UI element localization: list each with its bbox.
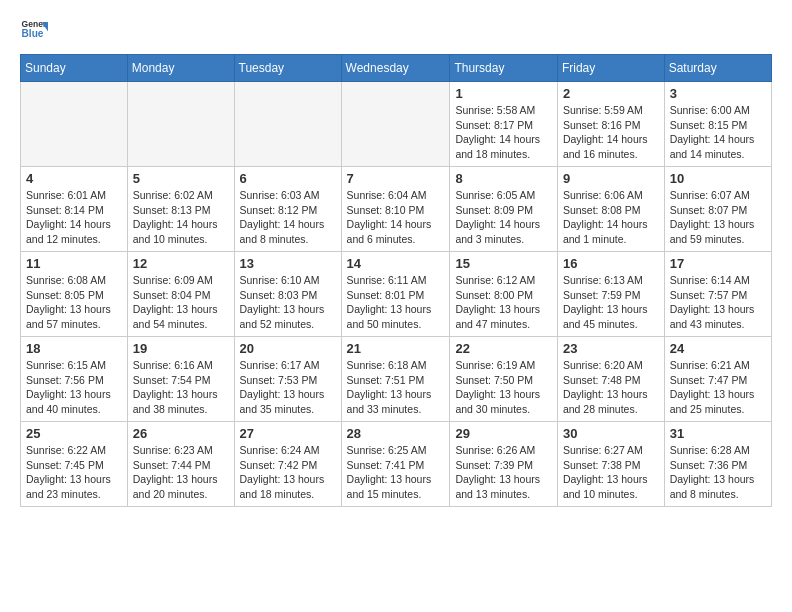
calendar-cell: 13Sunrise: 6:10 AMSunset: 8:03 PMDayligh… (234, 252, 341, 337)
calendar-cell: 23Sunrise: 6:20 AMSunset: 7:48 PMDayligh… (557, 337, 664, 422)
day-number: 14 (347, 256, 445, 271)
weekday-header-monday: Monday (127, 55, 234, 82)
day-number: 19 (133, 341, 229, 356)
day-info: Sunrise: 5:59 AMSunset: 8:16 PMDaylight:… (563, 103, 659, 162)
day-info: Sunrise: 6:24 AMSunset: 7:42 PMDaylight:… (240, 443, 336, 502)
weekday-header-tuesday: Tuesday (234, 55, 341, 82)
day-number: 16 (563, 256, 659, 271)
day-info: Sunrise: 6:06 AMSunset: 8:08 PMDaylight:… (563, 188, 659, 247)
day-number: 21 (347, 341, 445, 356)
weekday-header-saturday: Saturday (664, 55, 771, 82)
day-info: Sunrise: 6:08 AMSunset: 8:05 PMDaylight:… (26, 273, 122, 332)
day-info: Sunrise: 6:00 AMSunset: 8:15 PMDaylight:… (670, 103, 766, 162)
calendar-cell: 16Sunrise: 6:13 AMSunset: 7:59 PMDayligh… (557, 252, 664, 337)
day-number: 5 (133, 171, 229, 186)
svg-text:Blue: Blue (22, 28, 44, 39)
week-row-5: 25Sunrise: 6:22 AMSunset: 7:45 PMDayligh… (21, 422, 772, 507)
calendar-cell: 28Sunrise: 6:25 AMSunset: 7:41 PMDayligh… (341, 422, 450, 507)
day-number: 26 (133, 426, 229, 441)
day-number: 4 (26, 171, 122, 186)
calendar-cell: 9Sunrise: 6:06 AMSunset: 8:08 PMDaylight… (557, 167, 664, 252)
day-number: 11 (26, 256, 122, 271)
day-number: 3 (670, 86, 766, 101)
day-number: 17 (670, 256, 766, 271)
day-number: 30 (563, 426, 659, 441)
day-number: 29 (455, 426, 552, 441)
week-row-1: 1Sunrise: 5:58 AMSunset: 8:17 PMDaylight… (21, 82, 772, 167)
day-number: 10 (670, 171, 766, 186)
day-info: Sunrise: 6:11 AMSunset: 8:01 PMDaylight:… (347, 273, 445, 332)
day-number: 9 (563, 171, 659, 186)
page-header: General Blue (20, 16, 772, 44)
day-number: 25 (26, 426, 122, 441)
day-info: Sunrise: 6:19 AMSunset: 7:50 PMDaylight:… (455, 358, 552, 417)
day-info: Sunrise: 6:16 AMSunset: 7:54 PMDaylight:… (133, 358, 229, 417)
day-number: 13 (240, 256, 336, 271)
calendar-cell: 12Sunrise: 6:09 AMSunset: 8:04 PMDayligh… (127, 252, 234, 337)
weekday-header-wednesday: Wednesday (341, 55, 450, 82)
day-number: 31 (670, 426, 766, 441)
day-info: Sunrise: 6:23 AMSunset: 7:44 PMDaylight:… (133, 443, 229, 502)
day-number: 2 (563, 86, 659, 101)
calendar-cell: 1Sunrise: 5:58 AMSunset: 8:17 PMDaylight… (450, 82, 558, 167)
day-info: Sunrise: 6:14 AMSunset: 7:57 PMDaylight:… (670, 273, 766, 332)
calendar-cell: 3Sunrise: 6:00 AMSunset: 8:15 PMDaylight… (664, 82, 771, 167)
day-info: Sunrise: 6:21 AMSunset: 7:47 PMDaylight:… (670, 358, 766, 417)
calendar-cell: 14Sunrise: 6:11 AMSunset: 8:01 PMDayligh… (341, 252, 450, 337)
weekday-header-thursday: Thursday (450, 55, 558, 82)
week-row-4: 18Sunrise: 6:15 AMSunset: 7:56 PMDayligh… (21, 337, 772, 422)
day-info: Sunrise: 6:25 AMSunset: 7:41 PMDaylight:… (347, 443, 445, 502)
calendar-table: SundayMondayTuesdayWednesdayThursdayFrid… (20, 54, 772, 507)
logo: General Blue (20, 16, 52, 44)
calendar-cell: 5Sunrise: 6:02 AMSunset: 8:13 PMDaylight… (127, 167, 234, 252)
calendar-cell: 27Sunrise: 6:24 AMSunset: 7:42 PMDayligh… (234, 422, 341, 507)
weekday-header-sunday: Sunday (21, 55, 128, 82)
day-number: 22 (455, 341, 552, 356)
calendar-cell: 4Sunrise: 6:01 AMSunset: 8:14 PMDaylight… (21, 167, 128, 252)
day-number: 24 (670, 341, 766, 356)
day-number: 18 (26, 341, 122, 356)
logo-icon: General Blue (20, 16, 48, 44)
calendar-cell: 20Sunrise: 6:17 AMSunset: 7:53 PMDayligh… (234, 337, 341, 422)
day-number: 6 (240, 171, 336, 186)
day-number: 1 (455, 86, 552, 101)
day-info: Sunrise: 6:10 AMSunset: 8:03 PMDaylight:… (240, 273, 336, 332)
calendar-cell: 6Sunrise: 6:03 AMSunset: 8:12 PMDaylight… (234, 167, 341, 252)
day-info: Sunrise: 6:18 AMSunset: 7:51 PMDaylight:… (347, 358, 445, 417)
day-info: Sunrise: 6:27 AMSunset: 7:38 PMDaylight:… (563, 443, 659, 502)
calendar-cell: 25Sunrise: 6:22 AMSunset: 7:45 PMDayligh… (21, 422, 128, 507)
calendar-cell: 17Sunrise: 6:14 AMSunset: 7:57 PMDayligh… (664, 252, 771, 337)
calendar-cell: 18Sunrise: 6:15 AMSunset: 7:56 PMDayligh… (21, 337, 128, 422)
day-info: Sunrise: 6:28 AMSunset: 7:36 PMDaylight:… (670, 443, 766, 502)
calendar-cell: 10Sunrise: 6:07 AMSunset: 8:07 PMDayligh… (664, 167, 771, 252)
day-info: Sunrise: 6:09 AMSunset: 8:04 PMDaylight:… (133, 273, 229, 332)
day-info: Sunrise: 6:05 AMSunset: 8:09 PMDaylight:… (455, 188, 552, 247)
day-number: 27 (240, 426, 336, 441)
calendar-cell: 31Sunrise: 6:28 AMSunset: 7:36 PMDayligh… (664, 422, 771, 507)
calendar-cell: 24Sunrise: 6:21 AMSunset: 7:47 PMDayligh… (664, 337, 771, 422)
day-number: 28 (347, 426, 445, 441)
day-number: 7 (347, 171, 445, 186)
calendar-cell: 26Sunrise: 6:23 AMSunset: 7:44 PMDayligh… (127, 422, 234, 507)
day-info: Sunrise: 6:02 AMSunset: 8:13 PMDaylight:… (133, 188, 229, 247)
day-info: Sunrise: 6:26 AMSunset: 7:39 PMDaylight:… (455, 443, 552, 502)
day-info: Sunrise: 5:58 AMSunset: 8:17 PMDaylight:… (455, 103, 552, 162)
calendar-cell: 29Sunrise: 6:26 AMSunset: 7:39 PMDayligh… (450, 422, 558, 507)
calendar-cell: 21Sunrise: 6:18 AMSunset: 7:51 PMDayligh… (341, 337, 450, 422)
calendar-cell: 8Sunrise: 6:05 AMSunset: 8:09 PMDaylight… (450, 167, 558, 252)
week-row-3: 11Sunrise: 6:08 AMSunset: 8:05 PMDayligh… (21, 252, 772, 337)
day-info: Sunrise: 6:07 AMSunset: 8:07 PMDaylight:… (670, 188, 766, 247)
calendar-cell (341, 82, 450, 167)
calendar-cell: 19Sunrise: 6:16 AMSunset: 7:54 PMDayligh… (127, 337, 234, 422)
day-info: Sunrise: 6:17 AMSunset: 7:53 PMDaylight:… (240, 358, 336, 417)
calendar-cell (234, 82, 341, 167)
day-info: Sunrise: 6:01 AMSunset: 8:14 PMDaylight:… (26, 188, 122, 247)
day-number: 12 (133, 256, 229, 271)
calendar-cell: 2Sunrise: 5:59 AMSunset: 8:16 PMDaylight… (557, 82, 664, 167)
week-row-2: 4Sunrise: 6:01 AMSunset: 8:14 PMDaylight… (21, 167, 772, 252)
day-number: 15 (455, 256, 552, 271)
day-info: Sunrise: 6:20 AMSunset: 7:48 PMDaylight:… (563, 358, 659, 417)
weekday-header-row: SundayMondayTuesdayWednesdayThursdayFrid… (21, 55, 772, 82)
calendar-cell (21, 82, 128, 167)
day-info: Sunrise: 6:13 AMSunset: 7:59 PMDaylight:… (563, 273, 659, 332)
